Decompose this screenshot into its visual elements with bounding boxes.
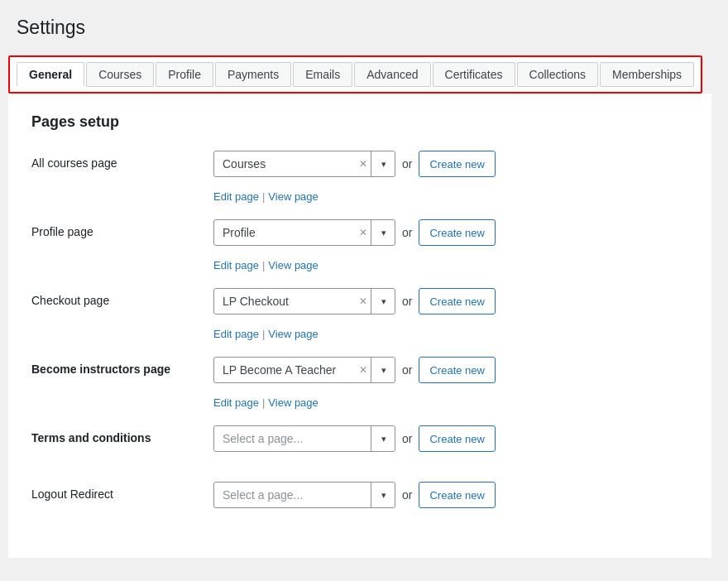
form-row-all-courses: All courses pageCourses✕▾orCreate new [31, 151, 688, 190]
or-text-checkout: or [402, 295, 412, 308]
field-label-checkout: Checkout page [31, 288, 213, 307]
row-group-terms: Terms and conditionsSelect a page...▾orC… [31, 425, 688, 465]
or-text-logout-redirect: or [402, 488, 412, 502]
or-text-terms: or [402, 432, 412, 445]
create-new-button-profile[interactable]: Create new [419, 219, 495, 246]
select-wrapper-profile: Profile✕▾ [213, 219, 395, 246]
select-clear-checkout[interactable]: ✕ [359, 288, 371, 315]
row-group-checkout: Checkout pageLP Checkout✕▾orCreate newEd… [31, 288, 688, 340]
or-text-profile: or [402, 226, 412, 239]
page-title: Settings [8, 17, 711, 39]
create-new-button-checkout[interactable]: Create new [419, 288, 495, 315]
row-links-all-courses: Edit page|View page [31, 190, 688, 203]
edit-page-link-all-courses[interactable]: Edit page [213, 190, 259, 203]
field-label-become-instructors: Become instructors page [31, 357, 213, 376]
select-wrapper-logout-redirect: Select a page...▾ [213, 482, 395, 508]
form-row-become-instructors: Become instructors pageLP Become A Teach… [31, 357, 688, 396]
tab-collections[interactable]: Collections [517, 62, 598, 87]
select-wrapper-terms: Select a page...▾ [213, 425, 395, 452]
link-separator-checkout: | [262, 328, 265, 340]
select-wrapper-checkout: LP Checkout✕▾ [213, 288, 395, 315]
row-links-profile: Edit page|View page [31, 259, 688, 271]
edit-page-link-become-instructors[interactable]: Edit page [213, 396, 259, 409]
select-clear-profile[interactable]: ✕ [359, 219, 371, 246]
tab-payments[interactable]: Payments [215, 62, 291, 87]
link-separator-become-instructors: | [262, 396, 265, 409]
form-row-profile: Profile pageProfile✕▾orCreate new [31, 219, 688, 259]
create-new-button-terms[interactable]: Create new [419, 425, 495, 452]
tab-emails[interactable]: Emails [293, 62, 352, 87]
field-controls-profile: Profile✕▾orCreate new [213, 219, 496, 246]
or-text-all-courses: or [402, 157, 412, 170]
page-wrapper: Settings GeneralCoursesProfilePaymentsEm… [0, 0, 728, 581]
field-controls-logout-redirect: Select a page...▾orCreate new [213, 482, 496, 508]
select-clear-all-courses[interactable]: ✕ [359, 151, 371, 177]
tabs-container: GeneralCoursesProfilePaymentsEmailsAdvan… [8, 55, 702, 94]
select-wrapper-become-instructors: LP Become A Teacher✕▾ [213, 357, 395, 383]
tab-advanced[interactable]: Advanced [354, 62, 430, 87]
content-area: Pages setup All courses pageCourses✕▾orC… [8, 94, 711, 558]
row-links-checkout: Edit page|View page [31, 328, 688, 340]
field-label-terms: Terms and conditions [31, 425, 213, 444]
section-title: Pages setup [31, 113, 688, 131]
field-controls-checkout: LP Checkout✕▾orCreate new [213, 288, 496, 315]
tab-profile[interactable]: Profile [156, 62, 213, 87]
select-wrapper-all-courses: Courses✕▾ [213, 151, 395, 177]
form-row-terms: Terms and conditionsSelect a page...▾orC… [31, 425, 688, 465]
tab-memberships[interactable]: Memberships [600, 62, 694, 87]
tab-courses[interactable]: Courses [86, 62, 154, 87]
field-label-logout-redirect: Logout Redirect [31, 482, 213, 501]
row-group-become-instructors: Become instructors pageLP Become A Teach… [31, 357, 688, 409]
field-controls-terms: Select a page...▾orCreate new [213, 425, 496, 452]
tab-general[interactable]: General [17, 62, 84, 87]
field-controls-become-instructors: LP Become A Teacher✕▾orCreate new [213, 357, 496, 383]
link-separator-all-courses: | [262, 190, 265, 203]
create-new-button-become-instructors[interactable]: Create new [419, 357, 495, 383]
view-page-link-become-instructors[interactable]: View page [268, 396, 318, 409]
field-controls-all-courses: Courses✕▾orCreate new [213, 151, 496, 177]
edit-page-link-checkout[interactable]: Edit page [213, 328, 259, 340]
page-select-terms[interactable]: Select a page... [213, 425, 395, 452]
page-select-logout-redirect[interactable]: Select a page... [213, 482, 395, 508]
rows-container: All courses pageCourses✕▾orCreate newEdi… [31, 151, 688, 521]
form-row-checkout: Checkout pageLP Checkout✕▾orCreate new [31, 288, 688, 328]
or-text-become-instructors: or [402, 363, 412, 377]
field-label-profile: Profile page [31, 219, 213, 238]
view-page-link-profile[interactable]: View page [268, 259, 318, 271]
row-links-become-instructors: Edit page|View page [31, 396, 688, 409]
view-page-link-all-courses[interactable]: View page [268, 190, 318, 203]
field-label-all-courses: All courses page [31, 151, 213, 170]
form-row-logout-redirect: Logout RedirectSelect a page...▾orCreate… [31, 482, 688, 521]
tab-certificates[interactable]: Certificates [433, 62, 515, 87]
row-group-profile: Profile pageProfile✕▾orCreate newEdit pa… [31, 219, 688, 271]
create-new-button-logout-redirect[interactable]: Create new [419, 482, 495, 508]
create-new-button-all-courses[interactable]: Create new [419, 151, 495, 177]
select-clear-become-instructors[interactable]: ✕ [359, 357, 371, 383]
view-page-link-checkout[interactable]: View page [268, 328, 318, 340]
row-group-all-courses: All courses pageCourses✕▾orCreate newEdi… [31, 151, 688, 203]
row-group-logout-redirect: Logout RedirectSelect a page...▾orCreate… [31, 482, 688, 521]
edit-page-link-profile[interactable]: Edit page [213, 259, 259, 271]
link-separator-profile: | [262, 259, 265, 271]
